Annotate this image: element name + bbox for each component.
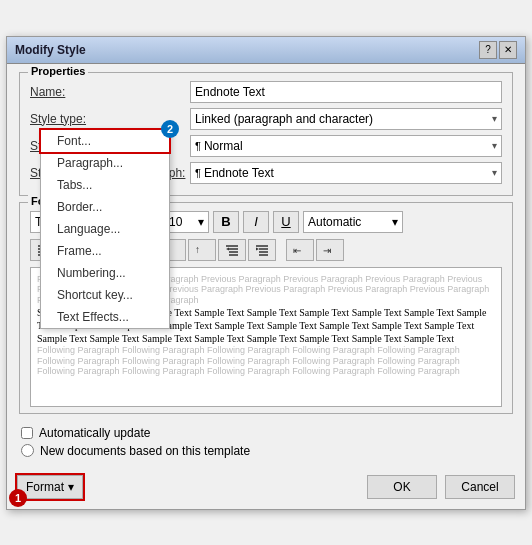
ltr-button[interactable]: ⇥ [316, 239, 344, 261]
style-following-dropdown[interactable]: ¶ Endnote Text ▾ [190, 162, 502, 184]
properties-group-title: Properties [28, 65, 88, 77]
style-based-arrow: ▾ [492, 140, 497, 151]
format-badge: 1 [9, 489, 27, 507]
menu-item-border[interactable]: Border... [41, 196, 169, 218]
formatting-group: Formatting Times New Roman ▾ 10 ▾ B I U … [19, 202, 513, 414]
style-type-arrow: ▾ [492, 113, 497, 124]
name-label: Name: [30, 85, 190, 99]
menu-item-paragraph[interactable]: Paragraph... [41, 152, 169, 174]
font-badge: 2 [161, 120, 179, 138]
dialog-body: Properties Name: Endnote Text Style type… [7, 64, 525, 469]
title-bar: Modify Style ? ✕ [7, 37, 525, 64]
style-based-dropdown[interactable]: ¶ Normal ▾ [190, 135, 502, 157]
style-type-dropdown[interactable]: Linked (paragraph and character) ▾ [190, 108, 502, 130]
indent-increase-button[interactable] [248, 239, 276, 261]
format-dropdown-menu: Font... 2 Paragraph... Tabs... Border...… [40, 129, 170, 329]
menu-item-shortcut[interactable]: Shortcut key... [41, 284, 169, 306]
bottom-bar: Format ▾ 1 OK Cancel [7, 469, 525, 509]
format-dropdown-button[interactable]: Format ▾ [17, 475, 83, 499]
auto-update-checkbox[interactable] [21, 427, 33, 439]
underline-button[interactable]: U [273, 211, 299, 233]
auto-update-label: Automatically update [39, 426, 150, 440]
svg-marker-27 [256, 247, 259, 250]
dialog-title: Modify Style [15, 43, 86, 57]
auto-update-row: Automatically update [21, 426, 511, 440]
options-area: Automatically update New documents based… [19, 420, 513, 458]
svg-marker-22 [226, 247, 229, 250]
new-docs-label: New documents based on this template [40, 444, 250, 458]
ok-button[interactable]: OK [367, 475, 437, 499]
preview-next: Following Paragraph Following Paragraph … [37, 345, 495, 377]
italic-button[interactable]: I [243, 211, 269, 233]
preview-container: Previous Paragraph Previous Paragraph Pr… [30, 267, 502, 407]
menu-item-numbering[interactable]: Numbering... [41, 262, 169, 284]
name-value-field[interactable]: Endnote Text [190, 81, 502, 103]
ok-cancel-row: OK Cancel [367, 475, 515, 499]
format-arrow-icon: ▾ [68, 480, 74, 494]
menu-item-text-effects[interactable]: Text Effects... [41, 306, 169, 328]
rtl-button[interactable]: ⇤ [286, 239, 314, 261]
bold-button[interactable]: B [213, 211, 239, 233]
help-button[interactable]: ? [479, 41, 497, 59]
indent-decrease-button[interactable] [218, 239, 246, 261]
para-spacing-button[interactable]: ↑ [188, 239, 216, 261]
style-type-row: Style type: Linked (paragraph and charac… [30, 108, 502, 130]
menu-item-tabs[interactable]: Tabs... [41, 174, 169, 196]
close-button[interactable]: ✕ [499, 41, 517, 59]
menu-item-font[interactable]: Font... 2 [41, 130, 169, 152]
title-bar-buttons: ? ✕ [479, 41, 517, 59]
modify-style-dialog: Modify Style ? ✕ Properties Name: Endnot… [6, 36, 526, 510]
style-following-arrow: ▾ [492, 167, 497, 178]
cancel-button[interactable]: Cancel [445, 475, 515, 499]
format-btn-wrapper: Format ▾ 1 [17, 475, 83, 499]
svg-text:⇥: ⇥ [323, 245, 331, 256]
menu-item-language[interactable]: Language... [41, 218, 169, 240]
color-select[interactable]: Automatic ▾ [303, 211, 403, 233]
size-select[interactable]: 10 ▾ [164, 211, 209, 233]
svg-text:↑: ↑ [195, 244, 200, 255]
new-docs-radio[interactable] [21, 444, 34, 457]
size-select-arrow: ▾ [198, 215, 204, 229]
new-docs-row: New documents based on this template [21, 444, 511, 458]
name-row: Name: Endnote Text [30, 81, 502, 103]
style-based-icon: ¶ [195, 140, 201, 152]
svg-text:⇤: ⇤ [293, 245, 301, 256]
style-following-icon: ¶ [195, 167, 201, 179]
color-select-arrow: ▾ [392, 215, 398, 229]
menu-item-frame[interactable]: Frame... [41, 240, 169, 262]
